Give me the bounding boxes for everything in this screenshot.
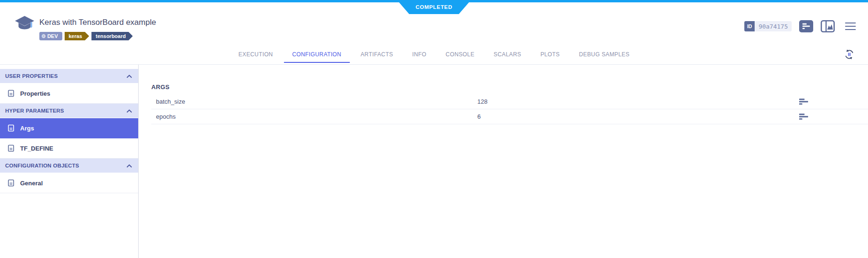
sidebar-item-label: Args (20, 125, 34, 132)
experiment-brand: Keras with TensorBoard example ⚙ DEV ker… (14, 15, 156, 40)
document-icon (8, 144, 14, 152)
section-label: USER PROPERTIES (5, 73, 58, 79)
align-left-lines-icon[interactable] (799, 99, 809, 105)
tag-label: tensorboard (96, 34, 126, 39)
sidebar-item-label: TF_DEFINE (20, 145, 53, 152)
id-badge-value: 90a74175 (755, 21, 792, 31)
tag-keras[interactable]: keras (65, 32, 89, 40)
tag-tensorboard[interactable]: tensorboard (91, 32, 133, 40)
experiment-type-icon (14, 15, 35, 40)
sidebar-item-tf-define[interactable]: TF_DEFINE (0, 138, 138, 159)
status-banner: COMPLETED (397, 0, 471, 14)
document-icon (8, 90, 14, 97)
chevron-up-icon (126, 72, 132, 80)
tag-label: keras (69, 34, 82, 39)
gear-icon: ⚙ (41, 34, 46, 39)
configuration-sidebar: USER PROPERTIES Properties HYPER PARAMET… (0, 65, 139, 258)
compare-panel-icon[interactable] (821, 20, 835, 32)
section-user-properties[interactable]: USER PROPERTIES (0, 69, 138, 83)
experiment-title: Keras with TensorBoard example (39, 18, 156, 27)
tab-configuration[interactable]: CONFIGURATION (291, 51, 342, 63)
section-label: HYPER PARAMETERS (5, 108, 64, 114)
tab-console[interactable]: CONSOLE (445, 51, 475, 63)
document-icon (8, 124, 14, 132)
experiment-id-badge[interactable]: ID 90a74175 (744, 21, 792, 31)
tab-execution[interactable]: EXECUTION (237, 51, 274, 63)
sidebar-item-label: Properties (20, 90, 50, 97)
parameters-panel: ARGS batch_size 128 epochs 6 (139, 65, 868, 258)
param-value: 6 (477, 113, 799, 120)
tag-list: ⚙ DEV keras tensorboard (39, 32, 156, 40)
auto-refresh-pause-icon[interactable] (844, 49, 855, 60)
content: USER PROPERTIES Properties HYPER PARAMET… (0, 65, 868, 258)
tag-label: DEV (47, 34, 58, 39)
tag-dev[interactable]: ⚙ DEV (39, 32, 62, 40)
param-name: epochs (156, 113, 477, 120)
param-row-epochs[interactable]: epochs 6 (151, 109, 868, 124)
brand-text: Keras with TensorBoard example ⚙ DEV ker… (39, 15, 156, 40)
tab-artifacts[interactable]: ARTIFACTS (360, 51, 394, 63)
status-banner-label: COMPLETED (415, 4, 453, 10)
menu-icon[interactable] (845, 23, 856, 30)
tab-plots[interactable]: PLOTS (540, 51, 561, 63)
sidebar-item-args[interactable]: Args (0, 118, 138, 138)
section-configuration-objects[interactable]: CONFIGURATION OBJECTS (0, 159, 138, 173)
param-row-batch-size[interactable]: batch_size 128 (151, 94, 868, 109)
id-badge-label: ID (744, 21, 755, 31)
document-icon (8, 179, 14, 187)
param-value: 128 (477, 98, 799, 105)
section-label: CONFIGURATION OBJECTS (5, 163, 79, 168)
section-hyper-parameters[interactable]: HYPER PARAMETERS (0, 104, 138, 118)
tab-debug-samples[interactable]: DEBUG SAMPLES (578, 51, 631, 63)
tab-bar: EXECUTION CONFIGURATION ARTIFACTS INFO C… (0, 51, 868, 63)
params-section-title: ARGS (151, 83, 868, 91)
sidebar-item-properties[interactable]: Properties (0, 83, 138, 104)
chevron-up-icon (126, 106, 132, 115)
experiment-details-icon[interactable] (799, 20, 813, 32)
sidebar-item-general[interactable]: General (0, 173, 138, 193)
align-left-lines-icon[interactable] (799, 114, 809, 120)
tab-scalars[interactable]: SCALARS (493, 51, 522, 63)
tab-info[interactable]: INFO (411, 51, 427, 63)
sidebar-item-label: General (20, 180, 43, 187)
header-actions: ID 90a74175 (744, 20, 856, 32)
chevron-up-icon (126, 161, 132, 170)
param-name: batch_size (156, 98, 477, 105)
